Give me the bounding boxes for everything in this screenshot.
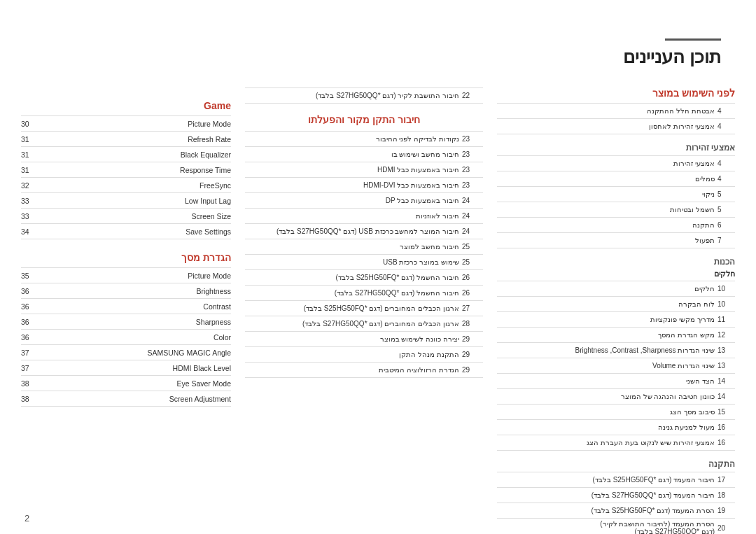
list-item: 29יצירה כוונה לשימוש במוצר xyxy=(245,332,483,347)
list-item: 10חלקים xyxy=(497,281,735,297)
mid-main-table: 23נקודות לבדיקה לפני החיבור23חיבור מחשב … xyxy=(245,131,483,378)
list-item: 16מעול למניעת גנינה xyxy=(497,420,735,435)
list-item: 36Sharpness xyxy=(21,314,231,330)
list-item: 26חיבור החשמל (דגם *S25HG50FQ בלבד) xyxy=(245,270,483,286)
item-number: 10 xyxy=(718,297,735,312)
page-title: תוכן העניינים xyxy=(623,46,721,68)
list-item: 14הצד השני xyxy=(497,374,735,389)
item-number: 27 xyxy=(462,301,483,316)
item-label: Picture Mode xyxy=(42,268,231,283)
item-number: 16 xyxy=(718,435,735,451)
item-label: Response Time xyxy=(42,162,231,178)
item-label: חיבור מחשב ושימוש בו xyxy=(245,147,462,162)
item-label: חיבור לאוזניות xyxy=(245,209,462,224)
list-item: 14כוונון חטיבה והנהגה של המוצר xyxy=(497,389,735,405)
item-number: 16 xyxy=(718,420,735,435)
item-number: 36 xyxy=(21,299,42,314)
item-number: 7 xyxy=(718,233,735,248)
item-number: 36 xyxy=(21,330,42,345)
item-label: Color xyxy=(42,330,231,345)
list-item: 4אבטחת חלל ההתקנה xyxy=(497,104,735,119)
item-number: 4 xyxy=(718,156,735,171)
list-item: 20הסרת המעמד (לחיבור התושבת לקיר)(דגם *S… xyxy=(497,519,735,535)
item-label: Screen Adjustment xyxy=(42,391,231,407)
list-item: 36Color xyxy=(21,330,231,345)
right-sub1-heading: אמצעי זהירות xyxy=(497,143,735,153)
item-number: 14 xyxy=(718,389,735,405)
item-number: 23 xyxy=(462,147,483,162)
right-sub3-table: 17חיבור המעמד (דגם *S25HG50FQ בלבד)18חיב… xyxy=(497,472,735,534)
item-number: 32 xyxy=(21,178,42,193)
item-label: ארגון הכבלים המחוברים (דגם *S27HG50QQ בל… xyxy=(245,316,462,332)
list-item: 7תפעול xyxy=(497,233,735,248)
item-number: 31 xyxy=(21,132,42,147)
item-number: 23 xyxy=(462,132,483,147)
list-item: 35Picture Mode xyxy=(21,268,231,283)
game-toc-table: 30Picture Mode31Refresh Rate31Black Equa… xyxy=(21,115,231,239)
item-label: חיבור מחשב למוצר xyxy=(245,239,462,255)
item-label: Brightness xyxy=(42,283,231,299)
list-item: 10לוח הבקרה xyxy=(497,297,735,312)
item-number: 22 xyxy=(462,88,483,104)
item-label: חלקים xyxy=(497,281,718,297)
item-number: 35 xyxy=(21,268,42,283)
title-area: תוכן העניינים xyxy=(623,38,721,68)
item-label: לוח הבקרה xyxy=(497,297,718,312)
item-label: Save Settings xyxy=(42,224,231,239)
item-number: 38 xyxy=(21,391,42,407)
mid-section-heading: חיבור התקן מקור והפעלתו xyxy=(245,114,483,125)
item-number: 37 xyxy=(21,360,42,376)
item-number: 18 xyxy=(718,488,735,503)
list-item: 16אמצעי זהירות שיש לנקוט בעת העברת הצג xyxy=(497,435,735,451)
list-item: 37HDMI Black Level xyxy=(21,360,231,376)
list-item: 24חיבור באמצעות כבל DP xyxy=(245,193,483,209)
item-number: 19 xyxy=(718,503,735,519)
item-number: 11 xyxy=(718,312,735,328)
item-number: 26 xyxy=(462,270,483,286)
left-column: Game 30Picture Mode31Refresh Rate31Black… xyxy=(21,87,231,506)
list-item: 29הגדרת הרזולוציה המיטבית xyxy=(245,363,483,378)
item-number: 37 xyxy=(21,345,42,360)
content-area: Game 30Picture Mode31Refresh Rate31Black… xyxy=(21,87,735,506)
right-sub1-table: 4אמצעי זהירות4סמלים5ניקוי5חשמל ובטיחות6ה… xyxy=(497,155,735,248)
item-number: 6 xyxy=(718,218,735,233)
item-label: ארגון הכבלים המחוברים (דגם *S25HG50FQ בל… xyxy=(245,301,462,316)
item-label: HDMI Black Level xyxy=(42,360,231,376)
item-label: חיבור באמצעות כבל HDMI-DVI xyxy=(245,178,462,193)
right-sub3-heading: התקנה xyxy=(497,459,735,469)
item-label: אמצעי זהירות לאחסון xyxy=(497,119,718,134)
item-number: 33 xyxy=(21,209,42,224)
list-item: 23חיבור מחשב ושימוש בו xyxy=(245,147,483,162)
list-item: 23חיבור באמצעות כבל HDMI xyxy=(245,162,483,178)
list-item: 23נקודות לבדיקה לפני החיבור xyxy=(245,132,483,147)
item-label: חשמל ובטיחות xyxy=(497,202,718,218)
list-item: 15סיבוב מסך הצג xyxy=(497,405,735,420)
item-label: Picture Mode xyxy=(42,116,231,132)
item-label: חיבור החשמל (דגם *S27HG50QQ בלבד) xyxy=(245,286,462,301)
item-label: חיבור המוצר למחשב כרכזת USB (דגם *S27HG5… xyxy=(245,224,462,239)
item-label: סיבוב מסך הצג xyxy=(497,405,718,420)
item-label: FreeSync xyxy=(42,178,231,193)
item-label: הגדרת הרזולוציה המיטבית xyxy=(245,363,462,378)
item-label: הסרת המעמד (לחיבור התושבת לקיר)(דגם *S27… xyxy=(497,519,718,535)
item-number: 38 xyxy=(21,376,42,391)
item-label: Black Equalizer xyxy=(42,147,231,162)
item-label: Low Input Lag xyxy=(42,193,231,209)
list-item: 4סמלים xyxy=(497,171,735,187)
item-number: 29 xyxy=(462,347,483,363)
item-number: 4 xyxy=(718,171,735,187)
item-label: נקודות לבדיקה לפני החיבור xyxy=(245,132,462,147)
item-number: 12 xyxy=(718,328,735,343)
list-item: 32FreeSync xyxy=(21,178,231,193)
item-label: Eye Saver Mode xyxy=(42,376,231,391)
right-sub2-subheading: חלקים xyxy=(497,269,735,278)
item-number: 24 xyxy=(462,224,483,239)
screen-toc-table: 35Picture Mode36Brightness36Contrast36Sh… xyxy=(21,267,231,407)
list-item: 33Low Input Lag xyxy=(21,193,231,209)
list-item: 19הסרת המעמד (דגם *S25HG50FQ בלבד) xyxy=(497,503,735,519)
screen-section-heading: הגדרת מסך xyxy=(21,252,231,263)
item-label: שינוי הגדרות Brightness ,Contrast ,Sharp… xyxy=(497,343,718,358)
item-number: 24 xyxy=(462,209,483,224)
right-column: לפני השימוש במוצר 4אבטחת חלל ההתקנה4אמצע… xyxy=(497,87,735,506)
item-number: 34 xyxy=(21,224,42,239)
